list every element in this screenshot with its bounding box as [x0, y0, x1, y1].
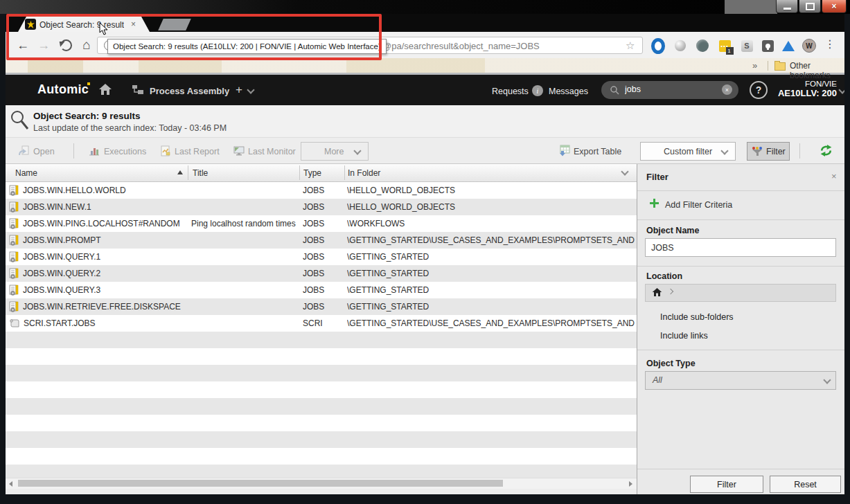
breadcrumb-home-icon[interactable] — [652, 287, 662, 300]
url-text[interactable]: @pa/searchresult&object_name=JOBS — [382, 41, 540, 51]
scroll-right-arrow[interactable] — [629, 481, 632, 487]
object-name: JOBS.WIN.NEW.1 — [23, 199, 91, 215]
annotation-highlight — [6, 14, 382, 60]
cell-name: JOBS.WIN.QUERY.1 — [9, 249, 188, 265]
app-home-button[interactable] — [98, 83, 112, 98]
table-row[interactable]: JOBS.WIN.PING.LOCALHOST#RANDOMPing local… — [6, 215, 637, 232]
table-row[interactable]: JOBS.WIN.HELLO.WORLDJOBS\HELLO_WORLD_OBJ… — [6, 182, 637, 199]
search-clear-icon[interactable]: × — [722, 84, 732, 95]
lightbulb-icon — [762, 40, 774, 52]
column-divider[interactable] — [188, 165, 188, 180]
open-button[interactable]: Open — [33, 147, 55, 156]
executions-button[interactable]: Executions — [104, 147, 146, 156]
cell-title — [191, 232, 299, 249]
export-table-icon — [558, 145, 570, 159]
job-object-icon — [9, 285, 19, 296]
cell-name: SCRI.START.JOBS — [9, 315, 188, 332]
cell-type: JOBS — [303, 265, 344, 282]
object-name: JOBS.WIN.QUERY.2 — [23, 265, 100, 282]
table-row[interactable]: JOBS.WIN.RETRIEVE.FREE.DISKSPACEJOBS\GET… — [6, 298, 637, 315]
close-button[interactable]: × — [822, 0, 847, 13]
help-button[interactable]: ? — [750, 81, 768, 99]
extension-s-icon[interactable]: S — [740, 39, 754, 53]
table-row[interactable]: JOBS.WIN.NEW.1JOBS\HELLO_WORLD_OBJECTS — [6, 199, 637, 215]
window-border-left — [0, 14, 6, 504]
global-search-input[interactable] — [623, 84, 709, 95]
extension-globe-icon[interactable] — [696, 39, 709, 53]
browser-menu-icon[interactable]: ⋮ — [824, 37, 835, 51]
window-border-right — [844, 14, 850, 504]
globe-icon — [696, 39, 709, 52]
cell-name: JOBS.WIN.HELLO.WORLD — [9, 182, 188, 199]
bookmarks-overflow-icon[interactable]: » — [752, 60, 757, 71]
column-divider[interactable] — [344, 165, 345, 180]
table-row[interactable]: JOBS.WIN.PROMPTJOBS\GETTING_STARTED\USE_… — [6, 232, 637, 249]
page-title: Object Search: 9 results — [33, 111, 141, 121]
extension-lightbulb-icon[interactable] — [761, 39, 774, 53]
column-header-name[interactable]: Name — [15, 168, 37, 178]
column-header-in-folder[interactable]: In Folder — [348, 168, 380, 178]
scroll-left-arrow[interactable] — [9, 481, 12, 487]
add-filter-criteria-button[interactable]: Add Filter Criteria — [665, 200, 732, 210]
other-bookmarks-button[interactable]: Other bookmarks — [790, 61, 850, 80]
panel-divider — [637, 350, 844, 350]
job-object-icon — [9, 218, 19, 229]
table-row[interactable]: JOBS.WIN.QUERY.3JOBS\GETTING_STARTED — [6, 282, 637, 298]
cell-name: JOBS.WIN.RETRIEVE.FREE.DISKSPACE — [9, 298, 188, 315]
apply-filter-button[interactable]: Filter — [690, 476, 763, 493]
cell-title — [191, 298, 299, 315]
include-links-label: Include links — [660, 331, 708, 341]
job-object-icon — [9, 251, 19, 262]
close-icon: × — [831, 1, 836, 12]
object-name: JOBS.WIN.PROMPT — [23, 232, 101, 249]
restore-button[interactable] — [799, 0, 821, 13]
filter-panel-close-icon[interactable]: × — [831, 171, 837, 181]
panel-divider — [637, 219, 844, 220]
column-header-title[interactable]: Title — [193, 168, 208, 178]
table-row[interactable]: JOBS.WIN.QUERY.2JOBS\GETTING_STARTED — [6, 265, 637, 282]
refresh-button[interactable] — [819, 144, 833, 160]
add-icon — [650, 199, 659, 208]
object-type-value: All — [653, 375, 662, 385]
extension-donut-icon[interactable] — [651, 39, 665, 53]
window-titlebar[interactable] — [0, 0, 850, 14]
last-monitor-button[interactable]: Last Monitor — [248, 147, 296, 156]
reset-filter-button[interactable]: Reset — [770, 476, 841, 493]
object-search-icon — [10, 110, 30, 134]
table-row[interactable]: JOBS.WIN.QUERY.1JOBS\GETTING_STARTED — [6, 249, 637, 265]
column-divider[interactable] — [299, 165, 300, 180]
extension-sphere-icon[interactable] — [673, 39, 687, 53]
messages-button[interactable]: Messages — [549, 87, 588, 96]
object-type-dropdown[interactable] — [645, 371, 836, 390]
panel-divider — [637, 469, 844, 469]
extension-triangle-icon[interactable] — [781, 39, 795, 53]
cell-title — [191, 282, 299, 298]
client-menu[interactable]: FON/VIE AE10LLV: 200 — [776, 80, 837, 98]
cell-type: JOBS — [303, 232, 344, 249]
custom-filter-value: Custom filter — [664, 147, 712, 156]
location-breadcrumb[interactable] — [645, 284, 836, 302]
bookmarks-bar — [0, 58, 850, 73]
job-object-icon — [9, 235, 19, 246]
bookmark-star-icon[interactable]: ☆ — [626, 39, 635, 52]
export-table-button[interactable]: Export Table — [574, 147, 621, 156]
cell-type: JOBS — [303, 298, 344, 315]
toolbar-separator — [799, 143, 800, 159]
cell-name: JOBS.WIN.PING.LOCALHOST#RANDOM — [9, 215, 188, 232]
toolbar-separator — [73, 143, 74, 159]
job-object-icon — [9, 301, 19, 312]
last-report-button[interactable]: Last Report — [175, 147, 220, 156]
column-header-type[interactable]: Type — [303, 168, 321, 178]
minimize-button[interactable] — [776, 0, 798, 13]
table-row[interactable]: SCRI.START.JOBSSCRI\GETTING_STARTED\USE_… — [6, 315, 637, 332]
tab-process-assembly[interactable]: Process Assembly — [150, 86, 229, 96]
scrollbar-thumb[interactable] — [18, 480, 503, 487]
cell-title — [191, 182, 299, 199]
object-name: JOBS.WIN.RETRIEVE.FREE.DISKSPACE — [23, 298, 181, 315]
extension-tile-icon[interactable]: ••• 1 — [718, 39, 732, 53]
extension-w-icon[interactable]: W — [802, 39, 816, 53]
object-name-input[interactable] — [645, 238, 836, 257]
add-tab-button[interactable]: + — [236, 83, 242, 97]
requests-button[interactable]: Requests — [492, 87, 529, 96]
object-name: SCRI.START.JOBS — [24, 315, 96, 332]
